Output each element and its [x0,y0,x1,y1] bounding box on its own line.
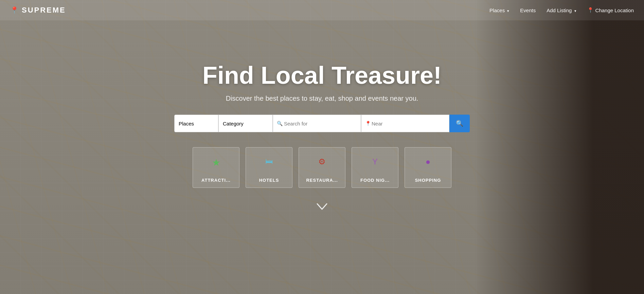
attractions-icon: ★ [212,157,220,168]
search-for-icon: 🔍 [277,121,283,126]
restaurants-icon: ⚙ [318,157,326,166]
places-dropdown-icon: ▾ [507,9,509,13]
search-bar: Places Events Category 🔍 📍 🔍 [174,115,470,132]
hotels-icon: 🛏 [265,157,273,166]
hero-section: 📍 SUPREME Places ▾ Events Add Listing ▾ … [0,0,644,294]
category-card-restaurants[interactable]: ⚙ RESTAURA... [299,147,345,188]
add-listing-dropdown-icon: ▾ [574,9,576,13]
hero-title: Find Local Treasure! [202,61,442,89]
search-type-select[interactable]: Places Events [174,115,218,132]
near-pin-icon: 📍 [365,121,371,126]
shopping-icon: ● [426,157,431,166]
category-card-attractions[interactable]: ★ ATTRACTI... [193,147,239,188]
shopping-label: SHOPPING [415,178,441,183]
hero-subtitle: Discover the best places to stay, eat, s… [226,95,418,102]
food-night-label: FOOD NIG... [360,178,390,183]
logo-pin-icon: 📍 [10,6,20,14]
hero-overlay-right [474,0,644,294]
search-button-icon: 🔍 [456,120,463,127]
category-card-shopping[interactable]: ● SHOPPING [405,147,451,188]
location-pin-icon: 📍 [587,7,594,13]
near-input[interactable] [361,115,449,132]
category-card-food-night[interactable]: Y FOOD NIG... [352,147,398,188]
scroll-down-arrow[interactable] [317,201,327,212]
near-input-wrapper: 📍 [361,115,449,132]
attractions-label: ATTRACTI... [201,178,231,183]
search-for-input[interactable] [273,115,361,132]
site-logo[interactable]: 📍 SUPREME [10,6,66,15]
search-button[interactable]: 🔍 [449,115,470,132]
nav-events[interactable]: Events [520,7,536,13]
nav-change-location[interactable]: 📍 Change Location [587,7,634,13]
restaurants-label: RESTAURA... [306,178,338,183]
hotels-label: HOTELS [259,178,279,183]
nav-places[interactable]: Places ▾ [489,7,509,13]
search-category-select[interactable]: Category [218,115,273,132]
category-card-hotels[interactable]: 🛏 HOTELS [246,147,292,188]
food-night-icon: Y [372,157,378,166]
nav-add-listing[interactable]: Add Listing ▾ [547,7,576,13]
hero-content: Find Local Treasure! Discover the best p… [174,61,470,212]
navbar: 📍 SUPREME Places ▾ Events Add Listing ▾ … [0,0,644,20]
nav-links: Places ▾ Events Add Listing ▾ 📍 Change L… [489,7,634,13]
search-for-wrapper: 🔍 [273,115,361,132]
logo-text: SUPREME [22,6,66,15]
category-cards: ★ ATTRACTI... 🛏 HOTELS ⚙ RESTAURA... Y F… [193,147,451,188]
